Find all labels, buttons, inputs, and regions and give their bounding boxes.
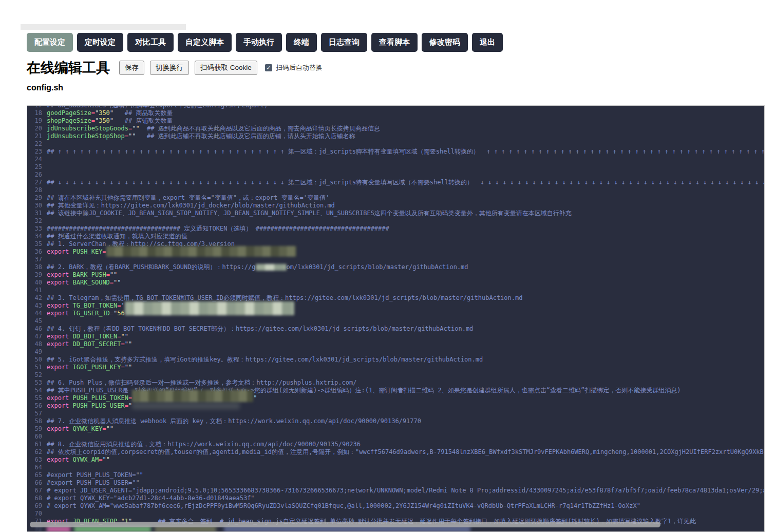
code-line[interactable]: 42## 3. Telegram，如需使用，TG_BOT_TOKEN和TG_US…: [29, 294, 764, 302]
code-area: 17## UN_SUBSCRIBES（选填）由脚本会export，无需在conf…: [27, 105, 764, 532]
code-token: ## 依次填上corpid的值,corpsecret的值,touser的值,ag…: [47, 448, 765, 455]
code-line[interactable]: 28: [29, 186, 764, 194]
toolbar-button-1[interactable]: 配置设定: [27, 33, 73, 52]
code-editor[interactable]: 17## UN_SUBSCRIBES（选填）由脚本会export，无需在conf…: [27, 105, 765, 532]
code-line[interactable]: 37: [29, 256, 764, 263]
code-token: export: [47, 279, 69, 286]
code-line[interactable]: 43export TG_BOT_TOKEN=': [29, 302, 764, 310]
code-token: [69, 279, 72, 286]
code-token: TG_USER_ID: [73, 310, 110, 317]
code-line[interactable]: 60: [29, 433, 764, 441]
toolbar-button-2[interactable]: 定时设定: [77, 33, 123, 52]
code-line[interactable]: 41: [29, 287, 764, 294]
code-line[interactable]: 21jdUnsubscribeStopShop="" ## 遇到此店铺不再取关此…: [29, 132, 764, 140]
toolbar-button-9[interactable]: 修改密码: [422, 33, 468, 52]
auto-replace-checkbox[interactable]: ✓: [265, 64, 272, 71]
code-token: ": [110, 109, 114, 117]
code-line[interactable]: 57: [29, 410, 764, 417]
code-line[interactable]: 39export BARK_PUSH="": [29, 271, 764, 279]
code-line[interactable]: 63export QYWX_AM="": [29, 456, 764, 464]
code-line[interactable]: 55export PUSH_PLUS_TOKEN=": [29, 394, 764, 402]
code-line[interactable]: 58## 7. 企业微信机器人消息推送 webhook 后面的 key，文档：h…: [29, 417, 764, 425]
code-line[interactable]: 48export DD_BOT_SECRET="": [29, 340, 764, 348]
code-line[interactable]: 40export BARK_SOUND="": [29, 279, 764, 287]
code-token: =: [102, 248, 106, 255]
code-line[interactable]: 68# export QYWX_KEY="adcb27d1-28c4-4abb-…: [29, 495, 764, 502]
line-number: 50: [29, 356, 47, 364]
code-line[interactable]: 56export PUSH_PLUS_USER=": [29, 402, 764, 410]
line-number: 68: [29, 495, 47, 502]
code-line[interactable]: 30## 其他变量详见：https://gitee.com/lxk0301/jd…: [29, 202, 764, 210]
code-line[interactable]: 31## 该链接中除JD_COOKIE、JD_BEAN_SIGN_STOP_NO…: [29, 210, 764, 217]
toolbar-button-8[interactable]: 查看脚本: [371, 33, 418, 52]
code-line[interactable]: 25: [29, 163, 764, 171]
code-line[interactable]: 38## 2. BARK，教程（看BARK_PUSH和BARK_SOUND的说明…: [29, 263, 764, 271]
code-token: "": [102, 456, 109, 463]
code-line[interactable]: 62## 依次填上corpid的值,corpsecret的值,touser的值,…: [29, 448, 764, 456]
code-line[interactable]: 64: [29, 464, 764, 471]
code-token: DD_BOT_TOKEN: [73, 333, 118, 340]
code-line[interactable]: 24: [29, 156, 764, 163]
code-token: =: [91, 117, 95, 124]
code-line[interactable]: 36export PUSH_KEY=: [29, 248, 764, 256]
code-line[interactable]: 45: [29, 317, 764, 325]
code-token: =: [117, 302, 121, 309]
toolbar-button-6[interactable]: 终端: [286, 33, 317, 52]
code-line[interactable]: 66#export PUSH_PLUS_USER="": [29, 479, 764, 487]
line-number: 29: [29, 194, 47, 202]
code-line[interactable]: 59export QYWX_KEY="": [29, 425, 764, 433]
line-number: 59: [29, 425, 47, 433]
horizontal-scrollbar[interactable]: [30, 522, 660, 527]
line-number: 57: [29, 410, 47, 417]
code-line[interactable]: 67# export JD_USER_AGENT="jdapp;android;…: [29, 487, 764, 495]
code-line[interactable]: 51export IGOT_PUSH_KEY="": [29, 364, 764, 371]
code-line[interactable]: 19shopPageSize="350" ## 店铺取关数量: [29, 117, 764, 125]
code-token: [69, 394, 72, 402]
toolbar-button-4[interactable]: 自定义脚本: [178, 33, 232, 52]
code-line[interactable]: 69# export QYWX_AM="wwe5abaf787bf6cec6,r…: [29, 502, 764, 510]
line-number: 46: [29, 325, 47, 333]
code-line[interactable]: 26: [29, 171, 764, 179]
line-number: 32: [29, 217, 47, 225]
toolbar-button-7[interactable]: 日志查询: [321, 33, 367, 52]
code-line[interactable]: 27## ↓ ↓ ↓ ↓ ↓ ↓ ↓ ↓ ↓ ↓ ↓ ↓ ↓ ↓ ↓ ↓ ↓ ↓…: [29, 179, 764, 186]
code-token: =: [121, 364, 125, 371]
code-token: BARK_PUSH: [73, 271, 106, 278]
code-line[interactable]: 17## UN_SUBSCRIBES（选填）由脚本会export，无需在conf…: [29, 105, 764, 109]
code-token: ## 想通过什么渠道收取通知，就填入对应渠道的值: [47, 233, 187, 240]
code-line[interactable]: 61## 8. 企业微信应用消息推送的值，文档：https://work.wei…: [29, 441, 764, 448]
code-line[interactable]: 29## 请在本区域补充其他你需要用到变量，export 变量名="变量值"，或…: [29, 194, 764, 202]
code-line[interactable]: 32: [29, 217, 764, 225]
code-line[interactable]: 23## ↑ ↑ ↑ ↑ ↑ ↑ ↑ ↑ ↑ ↑ ↑ ↑ ↑ ↑ ↑ ↑ ↑ ↑…: [29, 148, 764, 156]
header-action-3[interactable]: 扫码获取 Cookie: [195, 61, 257, 75]
code-line[interactable]: 49: [29, 348, 764, 356]
code-line[interactable]: 46## 4. 钉钉，教程（看DD_BOT_TOKEN和DD_BOT_SECRE…: [29, 325, 764, 333]
code-token: [69, 364, 72, 371]
code-token: export: [47, 302, 69, 309]
toolbar-button-3[interactable]: 对比工具: [127, 33, 174, 52]
code-line[interactable]: 34## 想通过什么渠道收取通知，就填入对应渠道的值: [29, 233, 764, 240]
line-number: 34: [29, 233, 47, 240]
line-number: 17: [29, 105, 47, 109]
code-line[interactable]: 65#export PUSH_PLUS_TOKEN="": [29, 471, 764, 479]
line-number: 45: [29, 317, 47, 325]
code-token: [69, 248, 72, 255]
code-line[interactable]: 70: [29, 510, 764, 518]
header-action-1[interactable]: 保存: [119, 61, 144, 75]
line-number: 54: [29, 387, 47, 394]
code-line[interactable]: 20jdUnsubscribeStopGoods="" ## 遇到此商品不再取关…: [29, 125, 764, 132]
code-token: # export QYWX_AM="wwe5abaf787bf6cec6,rEj…: [47, 502, 640, 509]
code-line[interactable]: 33#################################### 定…: [29, 225, 764, 233]
code-line[interactable]: 50## 5. iGot聚合推送，支持多方式推送，填写iGot的推送key。教程…: [29, 356, 764, 364]
toolbar-button-10[interactable]: 退出: [472, 33, 503, 52]
code-line[interactable]: 52: [29, 371, 764, 379]
code-line[interactable]: 53## 6. Push Plus，微信扫码登录后一对一推送或一对多推送，参考文…: [29, 379, 764, 387]
code-line[interactable]: 22: [29, 140, 764, 148]
file-name-label: config.sh: [27, 83, 63, 92]
code-token: jdUnsubscribeStopShop: [47, 132, 125, 140]
code-line[interactable]: 47export DD_BOT_TOKEN="": [29, 333, 764, 340]
code-token: ####################################: [47, 225, 180, 232]
header-action-2[interactable]: 切换换行: [150, 61, 189, 75]
code-line[interactable]: 18goodPageSize="350" ## 商品取关数量: [29, 109, 764, 117]
toolbar-button-5[interactable]: 手动执行: [236, 33, 282, 52]
